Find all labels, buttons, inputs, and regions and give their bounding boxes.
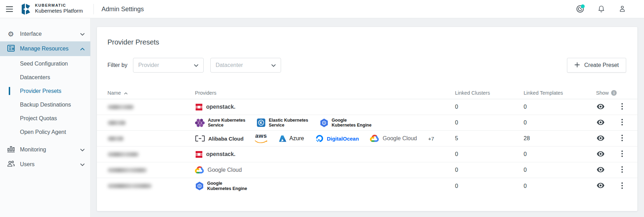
googlecloud-icon (370, 135, 379, 142)
show-preset-eye-button[interactable] (596, 150, 605, 158)
linked-templates-value: 28 (524, 135, 596, 142)
filter-by-label: Filter by (107, 62, 127, 68)
hamburger-menu-icon[interactable] (6, 6, 13, 12)
provider-logo-digitalocean: DigitalOcean (315, 134, 359, 143)
linked-clusters-value: 0 (455, 167, 524, 173)
provider-label: GoogleKubernetes Engine (332, 118, 372, 128)
linked-clusters-value: 0 (455, 183, 524, 189)
provider-logo-gke: GoogleKubernetes Engine (195, 181, 247, 191)
show-preset-eye-button[interactable] (596, 135, 605, 143)
datacenter-filter-select[interactable]: Datacenter (210, 58, 281, 73)
table-row: Alibaba CloudawsAzureDigitalOceanGoogle … (97, 131, 637, 147)
preset-name-redacted (107, 121, 126, 125)
eks-icon: K (257, 118, 266, 127)
sidebar-item-users[interactable]: Users (0, 157, 90, 172)
sidebar-item-open-policy-agent[interactable]: Open Policy Agent (0, 125, 90, 139)
sidebar-item-interface[interactable]: ⚙ Interface (0, 27, 90, 41)
table-row: GoogleKubernetes Engine00 (97, 178, 637, 194)
provider-label: DigitalOcean (327, 136, 359, 142)
openstack-icon (195, 103, 203, 111)
chevron-down-icon (80, 147, 85, 153)
linked-clusters-value: 0 (455, 104, 524, 110)
show-preset-eye-button[interactable] (596, 182, 605, 190)
show-preset-eye-button[interactable] (596, 119, 605, 127)
provider-logo-alibaba: Alibaba Cloud (195, 135, 244, 142)
provider-label: openstack. (206, 151, 236, 157)
alibaba-icon (195, 135, 205, 142)
row-actions-menu-button[interactable] (621, 182, 624, 191)
svg-text:K: K (260, 121, 263, 125)
kubermatic-logo-icon (20, 3, 32, 17)
linked-clusters-value: 0 (455, 120, 524, 126)
provider-logo-googlecloud: Google Cloud (195, 166, 242, 174)
info-icon[interactable]: i (611, 90, 617, 96)
preset-name-redacted (107, 136, 124, 141)
chevron-down-icon (80, 161, 85, 168)
table-header-row: Name Providers Linked Clusters Linked Te… (97, 87, 637, 99)
sidebar-item-backup-destinations[interactable]: Backup Destinations (0, 98, 90, 111)
row-actions-menu-button[interactable] (621, 165, 624, 175)
provider-label: Alibaba Cloud (208, 136, 244, 142)
provider-label: GoogleKubernetes Engine (207, 181, 247, 191)
eye-icon (597, 183, 604, 189)
preset-name-redacted (107, 168, 147, 172)
preset-name-redacted (107, 105, 134, 109)
azure-icon (279, 135, 286, 142)
main-content: Provider Presets Filter by Provider Data… (91, 18, 644, 217)
sidebar-item-monitoring[interactable]: Monitoring (0, 142, 90, 157)
sidebar-item-seed-configuration[interactable]: Seed Configuration (0, 57, 90, 70)
page-title: Provider Presets (107, 38, 159, 46)
eye-icon (597, 135, 604, 142)
kebab-menu-icon (621, 103, 623, 111)
kebab-menu-icon (621, 119, 623, 127)
kebab-menu-icon (621, 150, 623, 158)
datacenter-filter-placeholder: Datacenter (216, 62, 243, 68)
provider-logo-googlecloud: Google Cloud (370, 135, 417, 142)
eye-icon (597, 167, 604, 174)
user-account-icon[interactable] (617, 4, 627, 14)
changelog-icon[interactable] (575, 4, 585, 14)
sidebar: ⚙ Interface Manage Resources Seed Config… (0, 18, 91, 217)
linked-templates-value: 0 (524, 151, 596, 157)
row-actions-menu-button[interactable] (621, 118, 624, 127)
kebab-menu-icon (621, 135, 623, 142)
row-actions-menu-button[interactable] (621, 150, 624, 159)
preset-name-redacted (107, 152, 139, 157)
linked-templates-value: 0 (524, 167, 596, 173)
table-row: openstack.00 (97, 99, 637, 115)
sidebar-item-project-quotas[interactable]: Project Quotas (0, 111, 90, 125)
chevron-down-icon (80, 31, 85, 37)
aws-swoosh-icon (255, 139, 267, 144)
sidebar-item-datacenters[interactable]: Datacenters (0, 70, 90, 84)
table-row: openstack.00 (97, 147, 637, 162)
provider-logo-openstack: openstack. (195, 103, 236, 111)
create-preset-button[interactable]: Create Preset (567, 58, 626, 73)
provider-label: Azure KubernetesService (208, 118, 245, 128)
top-bar: KUBERMATIC Kubernetes Platform Admin Set… (0, 0, 644, 18)
sidebar-item-label: Interface (20, 31, 42, 37)
sidebar-item-provider-presets[interactable]: Provider Presets (0, 84, 90, 98)
provider-label: Azure (289, 135, 304, 142)
kebab-menu-icon (621, 166, 623, 174)
digitalocean-icon (315, 134, 324, 143)
row-actions-menu-button[interactable] (621, 102, 624, 111)
resources-icon (7, 45, 15, 53)
column-header-name[interactable]: Name (107, 90, 195, 96)
linked-templates-value: 0 (524, 120, 596, 126)
column-header-linked-templates: Linked Templates (524, 90, 596, 96)
row-actions-menu-button[interactable] (621, 134, 624, 143)
linked-clusters-value: 0 (455, 151, 524, 157)
plus-icon (574, 62, 580, 69)
chevron-down-icon (194, 62, 198, 68)
notifications-bell-icon[interactable] (596, 4, 606, 14)
show-preset-eye-button[interactable] (596, 166, 605, 174)
sort-ascending-icon (124, 90, 128, 96)
googlecloud-icon (195, 166, 204, 174)
table-row: Google Cloud00 (97, 162, 637, 178)
sidebar-item-label: Manage Resources (20, 46, 69, 52)
chevron-down-icon (271, 62, 276, 68)
show-preset-eye-button[interactable] (596, 103, 605, 111)
sidebar-item-manage-resources[interactable]: Manage Resources (0, 41, 90, 56)
linked-templates-value: 0 (524, 104, 596, 110)
provider-filter-select[interactable]: Provider (133, 58, 204, 73)
